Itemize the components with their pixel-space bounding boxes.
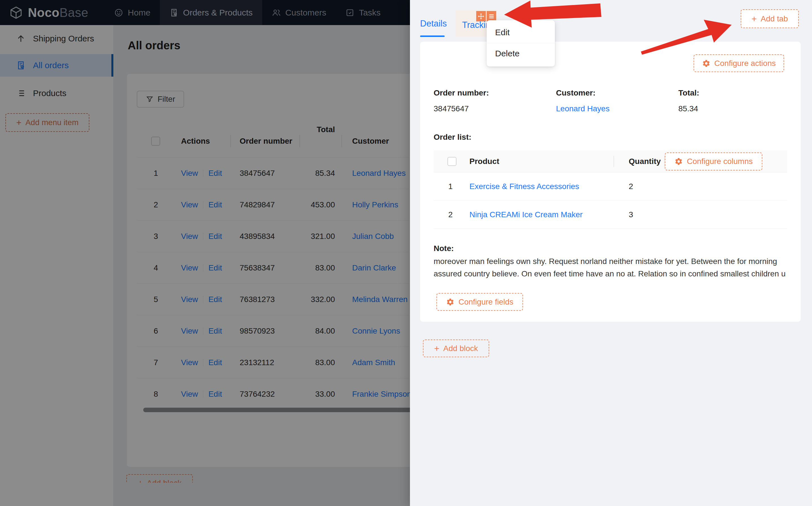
drawer-mask[interactable] bbox=[0, 0, 410, 506]
column-header-product: Product bbox=[462, 151, 614, 172]
gear-icon bbox=[674, 157, 683, 166]
field-label: Total: bbox=[678, 88, 699, 97]
customer-link[interactable]: Leonard Hayes bbox=[556, 104, 609, 113]
order-details-drawer: Details Tracking + Add tab Configure act… bbox=[410, 0, 812, 506]
order-list-header: Product Quantity Configure columns bbox=[434, 151, 787, 172]
column-header-quantity: Quantity bbox=[614, 151, 665, 172]
tab-configure-toolbar bbox=[476, 11, 496, 21]
product-link[interactable]: Exercise & Fitness Accessories bbox=[469, 182, 579, 191]
note-label: Note: bbox=[434, 244, 454, 253]
field-total: Total: 85.34 bbox=[678, 88, 699, 113]
gear-icon bbox=[446, 298, 454, 306]
configure-fields-label: Configure fields bbox=[458, 298, 513, 307]
configure-columns-button[interactable]: Configure columns bbox=[665, 152, 762, 170]
tab-settings-menu-icon[interactable] bbox=[487, 11, 496, 21]
field-label: Order number: bbox=[434, 88, 489, 97]
configure-actions-button[interactable]: Configure actions bbox=[693, 54, 784, 72]
order-list-label: Order list: bbox=[434, 133, 471, 142]
menu-item-edit[interactable]: Edit bbox=[487, 22, 555, 43]
order-details-card: Configure actions Order number: 38475647… bbox=[420, 42, 801, 322]
row-index: 2 bbox=[434, 210, 462, 219]
note-line: moreover man feelings own shy. Request n… bbox=[434, 255, 789, 268]
gear-icon bbox=[702, 59, 711, 68]
field-customer: Customer: Leonard Hayes bbox=[556, 88, 609, 113]
add-tab-label: Add tab bbox=[761, 14, 788, 23]
plus-icon: + bbox=[751, 14, 757, 23]
product-link[interactable]: Ninja CREAMi Ice Cream Maker bbox=[469, 210, 583, 219]
note-line: assured country believe. On even feet ti… bbox=[434, 268, 789, 280]
row-index: 1 bbox=[434, 182, 462, 191]
plus-icon: + bbox=[434, 344, 440, 353]
configure-actions-label: Configure actions bbox=[715, 59, 776, 68]
quantity-cell: 3 bbox=[614, 210, 665, 219]
active-tab-indicator bbox=[420, 35, 445, 37]
tab-context-menu: Edit Delete bbox=[487, 20, 555, 67]
field-value: 38475647 bbox=[434, 104, 489, 113]
note-text: moreover man feelings own shy. Request n… bbox=[434, 255, 789, 280]
field-label: Customer: bbox=[556, 88, 609, 97]
tab-details[interactable]: Details bbox=[420, 19, 447, 29]
order-list-body: 1 Exercise & Fitness Accessories 2 2 Nin… bbox=[434, 172, 787, 229]
add-tab-button[interactable]: + Add tab bbox=[741, 9, 799, 28]
list-item: 1 Exercise & Fitness Accessories 2 bbox=[434, 172, 787, 200]
add-block-button[interactable]: + Add block bbox=[423, 339, 489, 357]
field-order-number: Order number: 38475647 bbox=[434, 88, 489, 113]
order-list-table: Product Quantity Configure columns 1 Exe… bbox=[434, 151, 787, 229]
quantity-cell: 2 bbox=[614, 182, 665, 191]
list-item: 2 Ninja CREAMi Ice Cream Maker 3 bbox=[434, 200, 787, 229]
add-block-label: Add block bbox=[443, 344, 478, 353]
select-all-checkbox[interactable] bbox=[447, 157, 456, 166]
configure-fields-button[interactable]: Configure fields bbox=[436, 293, 523, 311]
configure-columns-label: Configure columns bbox=[687, 157, 752, 166]
field-value: 85.34 bbox=[678, 104, 699, 113]
drag-handle-icon[interactable] bbox=[476, 11, 486, 21]
menu-item-delete[interactable]: Delete bbox=[487, 43, 555, 64]
